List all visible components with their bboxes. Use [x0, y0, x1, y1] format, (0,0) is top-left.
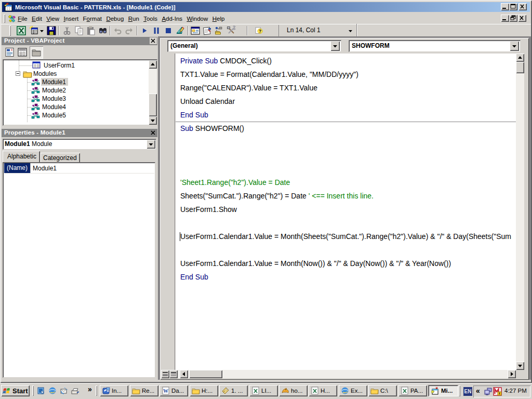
svg-text:W: W: [163, 388, 168, 394]
svg-text:?: ?: [259, 29, 261, 34]
